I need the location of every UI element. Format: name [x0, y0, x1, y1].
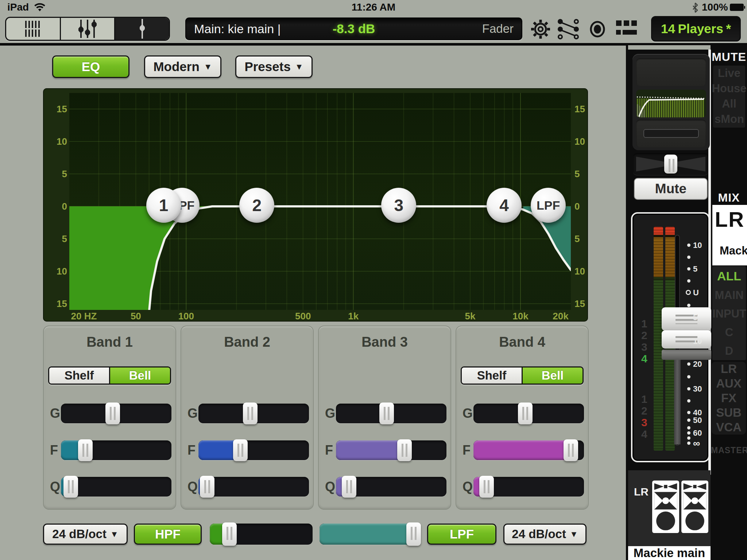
view-selector-item-input[interactable]: INPUT [712, 307, 746, 320]
band-4-freq-slider[interactable] [473, 440, 584, 460]
slider-handle[interactable] [63, 476, 78, 498]
master-select-box[interactable]: LR Mack [712, 205, 747, 265]
freq-label: F [462, 443, 471, 458]
slider-handle[interactable] [397, 439, 412, 461]
band-2-ball[interactable]: 2 [239, 188, 274, 223]
band-1-gain-slider[interactable] [61, 404, 171, 423]
lpf-ball[interactable]: LPF [531, 188, 566, 223]
group-nav-item-aux[interactable]: AUX [712, 377, 746, 390]
lpf-freq-slider[interactable] [320, 524, 421, 545]
eq-tab-label: EQ [82, 59, 100, 74]
band-2-q-slider[interactable] [198, 477, 309, 497]
view-selector-item-all[interactable]: ALL [712, 269, 746, 283]
chevron-down-icon: ▼ [204, 63, 212, 71]
scale-tick [687, 442, 690, 445]
slider-handle[interactable] [78, 439, 93, 461]
slider-handle[interactable] [233, 439, 248, 461]
band-4-panel: Band 4 Shelf Bell G F Q [456, 326, 589, 510]
mute-group-item[interactable]: All [713, 96, 745, 112]
routing-patch-icon[interactable] [557, 18, 580, 41]
scale-tick-label: 60 [693, 429, 702, 438]
q-label: Q [325, 479, 335, 494]
hpf-freq-slider[interactable] [210, 524, 313, 545]
shelf-option[interactable]: Shelf [49, 368, 110, 384]
band-1-ball[interactable]: 1 [146, 188, 181, 223]
view-selector-item-c[interactable]: C [712, 326, 746, 339]
players-button[interactable]: 14 Players * [651, 16, 741, 42]
eq-plot-area[interactable]: HPF1234LPF [69, 93, 571, 310]
settings-gear-icon[interactable] [529, 18, 552, 41]
band-4-ball[interactable]: 4 [487, 188, 522, 223]
pan-handle[interactable] [664, 155, 677, 174]
slider-handle[interactable] [222, 522, 237, 546]
bell-option[interactable]: Bell [110, 368, 170, 384]
band-4-q-slider[interactable] [473, 477, 584, 497]
band-3-q-slider[interactable] [336, 477, 446, 497]
slider-handle[interactable] [518, 402, 533, 424]
slider-handle[interactable] [342, 476, 356, 498]
slider-fill [473, 440, 571, 460]
band-3-freq-slider[interactable] [336, 440, 446, 460]
fader-cap-ghost[interactable] [662, 330, 711, 349]
geq-view-thumbnail[interactable] [636, 120, 706, 147]
main-channel-display[interactable]: Main: kie main | -8.3 dB Fader [185, 18, 522, 40]
output-icon-panel[interactable]: LR [628, 470, 711, 546]
slider-handle[interactable] [406, 522, 421, 546]
band-4-gain-slider[interactable] [473, 404, 584, 423]
eq-tab-button[interactable]: EQ [52, 55, 129, 78]
slider-handle[interactable] [105, 402, 120, 424]
freq-tick-label: 20k [553, 311, 568, 322]
mute-group-item[interactable]: sMon [713, 112, 745, 127]
gain-label: G [50, 406, 60, 421]
presets-dropdown[interactable]: Presets ▼ [235, 55, 313, 78]
fader-track-lower [674, 360, 681, 444]
lpf-slope-dropdown[interactable]: 24 dB/oct ▼ [503, 524, 587, 545]
band-4-shelf-bell-toggle: Shelf Bell [461, 366, 584, 385]
mute-group-item[interactable]: House [713, 81, 745, 96]
db-tick-label: 5 [574, 168, 593, 180]
faders-view-button[interactable] [61, 18, 116, 40]
view-selector-item-main[interactable]: MAIN [712, 289, 746, 302]
slider-handle[interactable] [564, 439, 578, 461]
hpf-enable-button[interactable]: HPF [134, 524, 202, 545]
eq-style-dropdown[interactable]: Modern ▼ [144, 55, 221, 78]
slider-handle[interactable] [243, 402, 258, 424]
hpf-slope-label: 24 dB/oct [52, 527, 107, 541]
scale-tick-label: 30 [693, 385, 702, 393]
eq-view-thumbnail[interactable] [636, 90, 706, 117]
group-number: 4 [641, 428, 647, 440]
output-lr-label: LR [634, 486, 649, 498]
bell-option[interactable]: Bell [523, 368, 582, 384]
group-nav-item-sub[interactable]: SUB [712, 406, 746, 420]
pan-control[interactable] [633, 153, 708, 175]
band-2-freq-slider[interactable] [198, 440, 309, 460]
shelf-option[interactable]: Shelf [462, 368, 523, 384]
slider-handle[interactable] [379, 402, 394, 424]
hpf-slope-dropdown[interactable]: 24 dB/oct ▼ [43, 524, 128, 545]
mixer-view-button[interactable] [6, 18, 61, 40]
band-1-freq-slider[interactable] [61, 440, 171, 460]
lpf-label: LPF [450, 527, 474, 541]
record-icon[interactable] [586, 18, 609, 41]
channel-view-button[interactable] [115, 18, 169, 40]
group-nav-item-lr[interactable]: LR [712, 362, 746, 376]
group-nav-item-vca[interactable]: VCA [712, 420, 746, 434]
slider-handle[interactable] [200, 476, 214, 498]
mute-button[interactable]: Mute [634, 178, 708, 200]
fader-cap[interactable] [662, 307, 711, 331]
fader-view-thumbnail[interactable] [636, 58, 706, 86]
layout-grid-icon[interactable] [615, 18, 638, 41]
band-2-gain-slider[interactable] [198, 404, 309, 423]
mute-group-item[interactable]: Live [713, 66, 745, 81]
scale-tick [687, 267, 690, 271]
view-selector-item-d[interactable]: D [712, 345, 746, 358]
band-1-q-slider[interactable] [61, 477, 171, 497]
group-nav-item-fx[interactable]: FX [712, 391, 746, 405]
mute-groups-list: LiveHouseAllsMon [713, 66, 745, 128]
band-3-ball[interactable]: 3 [381, 188, 416, 223]
lpf-enable-button[interactable]: LPF [427, 524, 496, 545]
eq-graph[interactable]: HPF1234LPF 151510105500551010151520 HZ50… [43, 88, 588, 322]
players-count: 14 [661, 22, 675, 36]
band-3-gain-slider[interactable] [336, 404, 446, 423]
slider-handle[interactable] [479, 476, 494, 498]
